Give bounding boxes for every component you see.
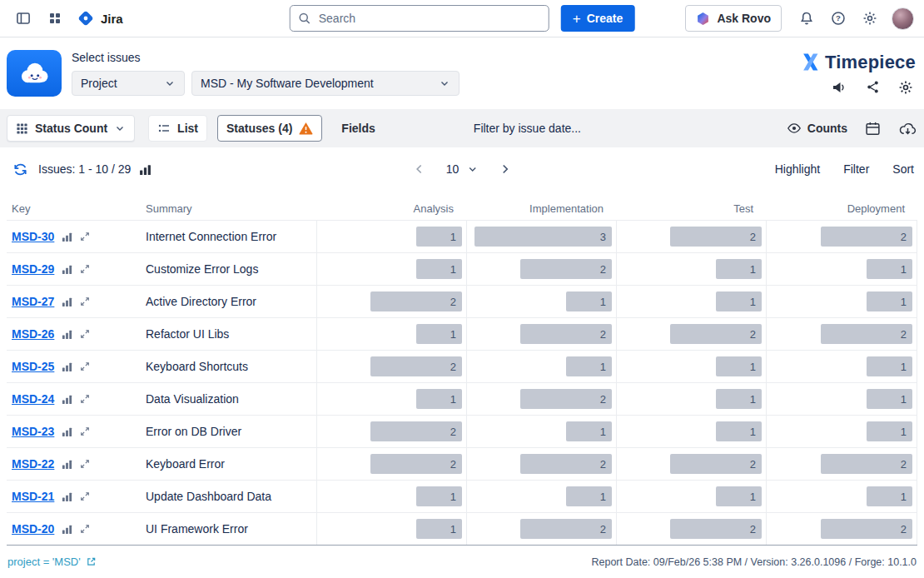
status-count-bar[interactable]: 1 (566, 486, 612, 506)
issue-chart-icon[interactable] (62, 264, 72, 275)
announce-button[interactable] (831, 79, 847, 96)
issue-chart-icon[interactable] (62, 459, 72, 470)
statuses-filter-button[interactable]: Statuses (4) (217, 115, 322, 142)
column-header-analysis[interactable]: Analysis (316, 202, 466, 215)
page-size-select[interactable]: 10 (446, 162, 479, 176)
status-count-bar[interactable]: 1 (566, 421, 612, 441)
issue-chart-icon[interactable] (62, 329, 72, 340)
status-count-bar[interactable]: 1 (867, 356, 912, 376)
issue-expand-icon[interactable] (80, 264, 90, 274)
jql-filter-link[interactable]: project = 'MSD' (7, 556, 97, 568)
status-count-bar[interactable]: 1 (416, 259, 462, 279)
issue-expand-icon[interactable] (80, 329, 90, 339)
issue-chart-icon[interactable] (62, 361, 72, 372)
issue-key-link[interactable]: MSD-25 (12, 360, 54, 373)
status-count-bar[interactable]: 1 (416, 519, 462, 539)
status-count-bar[interactable]: 1 (416, 389, 462, 409)
status-count-bar[interactable]: 2 (821, 324, 912, 344)
status-count-bar[interactable]: 2 (520, 454, 612, 474)
issue-expand-icon[interactable] (80, 232, 90, 242)
help-button[interactable]: ? (825, 5, 852, 32)
column-header-implementation[interactable]: Implementation (466, 202, 616, 215)
issue-key-link[interactable]: MSD-30 (12, 230, 54, 243)
issue-chart-icon[interactable] (62, 394, 72, 405)
status-count-bar[interactable]: 2 (670, 519, 762, 539)
issue-chart-icon[interactable] (62, 524, 72, 535)
issues-chart-toggle[interactable] (139, 163, 152, 176)
issue-key-link[interactable]: MSD-23 (12, 425, 54, 438)
column-header-deployment[interactable]: Deployment (766, 202, 917, 215)
fields-button[interactable]: Fields (336, 115, 380, 142)
status-count-bar[interactable]: 1 (867, 259, 912, 279)
status-count-bar[interactable]: 1 (566, 291, 612, 311)
status-count-bar[interactable]: 2 (370, 291, 462, 311)
issue-chart-icon[interactable] (62, 426, 72, 437)
status-count-bar[interactable]: 1 (716, 259, 762, 279)
share-button[interactable] (864, 79, 881, 96)
sidebar-toggle-button[interactable] (10, 5, 37, 32)
app-switcher-button[interactable] (42, 5, 68, 32)
status-count-bar[interactable]: 2 (520, 519, 612, 539)
status-count-bar[interactable]: 3 (474, 227, 612, 247)
status-count-bar[interactable]: 2 (670, 324, 762, 344)
issue-chart-icon[interactable] (62, 232, 72, 242)
status-count-bar[interactable]: 2 (821, 519, 912, 539)
issue-expand-icon[interactable] (80, 426, 90, 436)
issue-key-link[interactable]: MSD-20 (12, 522, 54, 536)
status-count-bar[interactable]: 1 (416, 324, 462, 344)
status-count-bar[interactable]: 1 (566, 356, 612, 376)
issue-expand-icon[interactable] (80, 524, 90, 534)
timepiece-settings-button[interactable] (897, 79, 914, 96)
create-button[interactable]: + Create (561, 5, 635, 32)
search-input[interactable] (290, 5, 549, 32)
status-count-bar[interactable]: 2 (520, 324, 612, 344)
status-count-bar[interactable]: 1 (716, 291, 762, 311)
column-header-test[interactable]: Test (616, 202, 766, 215)
status-count-bar[interactable]: 1 (716, 486, 762, 506)
scope-type-select[interactable]: Project (72, 71, 185, 96)
status-count-bar[interactable]: 1 (867, 389, 912, 409)
next-page-button[interactable] (498, 162, 511, 176)
status-count-bar[interactable]: 1 (716, 421, 762, 441)
issue-expand-icon[interactable] (80, 394, 90, 404)
issue-key-link[interactable]: MSD-21 (12, 490, 54, 503)
date-filter-button[interactable]: Filter by issue date... (474, 122, 581, 135)
status-count-bar[interactable]: 2 (520, 259, 612, 279)
column-header-key[interactable]: Key (7, 202, 146, 215)
view-selector-button[interactable]: Status Count (7, 115, 135, 142)
ask-rovo-button[interactable]: Ask Rovo (685, 5, 782, 32)
status-count-bar[interactable]: 1 (716, 356, 762, 376)
filter-button[interactable]: Filter (843, 162, 869, 176)
status-count-bar[interactable]: 2 (821, 227, 912, 247)
list-view-button[interactable]: List (148, 115, 207, 142)
status-count-bar[interactable]: 2 (520, 389, 612, 409)
date-navigator-button[interactable] (862, 118, 882, 138)
column-header-summary[interactable]: Summary (146, 202, 316, 215)
settings-button[interactable] (857, 5, 883, 32)
project-select[interactable]: MSD - My Software Development (191, 71, 460, 96)
status-count-bar[interactable]: 1 (867, 291, 912, 311)
refresh-button[interactable] (10, 159, 30, 179)
status-count-bar[interactable]: 2 (370, 454, 462, 474)
issue-chart-icon[interactable] (62, 296, 72, 307)
status-count-bar[interactable]: 2 (370, 421, 462, 441)
sort-button[interactable]: Sort (892, 162, 914, 176)
notifications-button[interactable] (793, 5, 820, 32)
status-count-bar[interactable]: 2 (821, 454, 912, 474)
issue-key-link[interactable]: MSD-29 (12, 262, 54, 276)
issue-key-link[interactable]: MSD-27 (12, 295, 54, 308)
status-count-bar[interactable]: 1 (416, 227, 462, 247)
jira-home-link[interactable]: Jira (77, 9, 123, 27)
status-count-bar[interactable]: 2 (670, 454, 762, 474)
highlight-button[interactable]: Highlight (775, 162, 820, 176)
issue-expand-icon[interactable] (80, 361, 90, 371)
issue-chart-icon[interactable] (62, 491, 72, 502)
counts-toggle-button[interactable]: Counts (787, 121, 847, 136)
status-count-bar[interactable]: 1 (867, 486, 912, 506)
prev-page-button[interactable] (413, 162, 426, 176)
status-count-bar[interactable]: 2 (370, 356, 462, 376)
issue-expand-icon[interactable] (80, 459, 90, 469)
issue-key-link[interactable]: MSD-22 (12, 457, 54, 471)
status-count-bar[interactable]: 1 (716, 389, 762, 409)
issue-expand-icon[interactable] (80, 491, 90, 501)
